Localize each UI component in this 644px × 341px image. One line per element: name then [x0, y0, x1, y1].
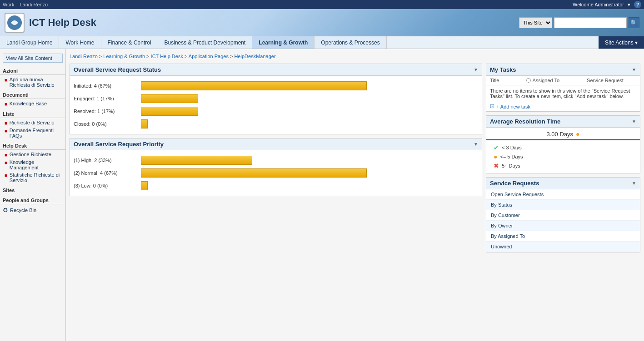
sidebar-item-knowledge-management[interactable]: ■ Knowledge Management	[0, 158, 65, 171]
bar-track-resolved	[141, 107, 478, 116]
help-icon[interactable]: ?	[634, 1, 641, 8]
bar-row-engaged: Engaged: 1 (17%)	[74, 92, 478, 105]
sidebar-section-sites: Sites	[0, 184, 65, 194]
tasks-collapse-button[interactable]: ▼	[632, 67, 636, 72]
status-collapse-button[interactable]: ▼	[474, 67, 478, 72]
bar-fill-engaged	[141, 94, 198, 103]
bar-track-engaged	[141, 94, 478, 103]
my-tasks-title: My Tasks	[490, 66, 516, 73]
sidebar-item-richieste-servizio[interactable]: ■ Richieste di Servizio	[0, 119, 65, 127]
bar-row-initiated: Initiated: 4 (67%)	[74, 79, 478, 92]
service-link-by-owner[interactable]: By Owner	[486, 221, 640, 231]
breadcrumb-learning[interactable]: Learning & Growth	[103, 54, 145, 59]
overall-status-header: Overall Service Request Status ▼	[70, 64, 482, 76]
sidebar-item-nuova-richiesta[interactable]: ■ Apri una nuova Richiesta di Servizio	[0, 76, 65, 89]
assigned-radio-icon	[526, 78, 531, 83]
add-task-icon: ☑	[490, 104, 494, 109]
my-tasks-panel: My Tasks ▼ Title Assigned To Service Req…	[486, 64, 640, 112]
service-link-by-customer[interactable]: By Customer	[486, 210, 640, 221]
bar-fill-resolved	[141, 107, 198, 116]
bar-label-high: (1) High: 2 (33%)	[74, 158, 137, 163]
breadcrumb-app-pages[interactable]: Application Pages	[189, 54, 229, 59]
bar-label-resolved: Resolved: 1 (17%)	[74, 109, 137, 114]
sidebar-item-domande-frequenti[interactable]: ■ Domande Frequenti FAQs	[0, 127, 65, 139]
top-bar: Work Landi Renzo Welcome Administrator ▾…	[0, 0, 644, 9]
breadcrumb-landi[interactable]: Landi Renzo	[70, 54, 98, 59]
service-requests-header: Service Requests ▼	[486, 178, 640, 189]
service-requests-title: Service Requests	[490, 180, 539, 187]
top-bar-left: Work Landi Renzo	[3, 2, 48, 7]
bar-fill-closed	[141, 119, 148, 128]
overall-status-panel: Overall Service Request Status ▼ Initiat…	[70, 64, 482, 134]
sidebar-item-knowledge-base[interactable]: ■ Knowledge Base	[0, 100, 65, 108]
breadcrumb: Landi Renzo > Learning & Growth > ICT He…	[70, 53, 640, 60]
search-scope-select[interactable]: This Site	[519, 17, 552, 28]
nav-tab-finance[interactable]: Finance & Control	[101, 36, 158, 49]
search-input[interactable]	[554, 17, 627, 28]
tasks-col-title: Title	[490, 78, 499, 83]
bar-track-normal	[141, 168, 478, 178]
bar-fill-normal	[141, 168, 367, 178]
nav-tab-learning[interactable]: Learning & Growth	[252, 36, 315, 49]
overall-status-body: Initiated: 4 (67%) Engaged: 1 (17%)	[70, 76, 482, 134]
resolution-status-icon: ●	[576, 130, 579, 138]
service-requests-panel: Service Requests ▼ Open Service Requests…	[486, 177, 640, 252]
tasks-column-headers: Title Assigned To Service Request	[486, 76, 640, 85]
add-new-task-button[interactable]: ☑ + Add new task	[486, 102, 640, 111]
overall-priority-title: Overall Service Request Priority	[74, 141, 164, 148]
main-content: Landi Renzo > Learning & Growth > ICT He…	[66, 49, 644, 341]
left-panels: Overall Service Request Status ▼ Initiat…	[70, 64, 482, 337]
legend-label-yellow: <= 5 Days	[500, 154, 523, 159]
bar-row-normal: (2) Normal: 4 (67%)	[74, 167, 478, 179]
top-bar-right: Welcome Administrator ▾ ?	[573, 1, 641, 8]
sidebar-item-gestione-richieste[interactable]: ■ Gestione Richieste	[0, 151, 65, 158]
breadcrumb-helpdesk-manager[interactable]: HelpDeskManager	[234, 54, 275, 59]
nav-tab-landi-group-home[interactable]: Landi Group Home	[0, 36, 59, 49]
nav-tab-business[interactable]: Business & Product Development	[158, 36, 253, 49]
work-link[interactable]: Work	[3, 2, 14, 7]
sidebar: View All Site Content Azioni ■ Apri una …	[0, 49, 66, 341]
bar-label-low: (3) Low: 0 (0%)	[74, 183, 137, 188]
sidebar-item-recycle-bin[interactable]: ♻ Recycle Bin	[0, 205, 65, 215]
service-link-by-status[interactable]: By Status	[486, 200, 640, 210]
resolution-collapse-button[interactable]: ▼	[632, 119, 636, 124]
page-title: ICT Help Desk	[29, 17, 96, 29]
bar-track-high	[141, 156, 478, 165]
legend-label-green: < 3 Days	[502, 145, 522, 150]
breadcrumb-ict[interactable]: ICT Help Desk	[151, 54, 183, 59]
overall-priority-panel: Overall Service Request Priority ▼ (1) H…	[70, 138, 482, 196]
header-search[interactable]: This Site 🔍	[519, 17, 639, 28]
yellow-circle-icon: ●	[494, 153, 497, 160]
bar-fill-low	[141, 181, 148, 190]
company-link[interactable]: Landi Renzo	[20, 2, 48, 7]
recycle-icon: ♻	[3, 207, 8, 213]
bullet-icon: ■	[5, 120, 8, 126]
bar-fill-high	[141, 156, 252, 165]
nav-tab-operations[interactable]: Operations & Processes	[315, 36, 386, 49]
service-collapse-button[interactable]: ▼	[632, 181, 636, 186]
service-link-open[interactable]: Open Service Requests	[486, 189, 640, 200]
bullet-icon: ■	[5, 173, 8, 178]
view-all-site-content-button[interactable]: View All Site Content	[3, 54, 63, 63]
avg-resolution-panel: Average Resolution Time ▼ 3.00 Days ● ✔ …	[486, 115, 640, 173]
service-link-unowned[interactable]: Unowned	[486, 242, 640, 252]
bar-row-resolved: Resolved: 1 (17%)	[74, 105, 478, 118]
legend-item-red: ✖ 5+ Days	[494, 162, 633, 169]
my-tasks-header: My Tasks ▼	[486, 64, 640, 76]
add-task-label: + Add new task	[496, 104, 530, 109]
sidebar-item-statistiche[interactable]: ■ Statistiche Richieste di Servizio	[0, 171, 65, 184]
nav-tab-work-home[interactable]: Work Home	[59, 36, 101, 49]
sidebar-section-helpdesk: Help Desk	[0, 139, 65, 150]
tasks-empty-message: There are no items to show in this view …	[486, 85, 640, 102]
nav-bar: Landi Group Home Work Home Finance & Con…	[0, 36, 644, 49]
service-link-by-assigned-to[interactable]: By Assigned To	[486, 231, 640, 242]
welcome-dropdown[interactable]: ▾	[628, 2, 630, 8]
legend-item-yellow: ● <= 5 Days	[494, 153, 633, 160]
page-layout: View All Site Content Azioni ■ Apri una …	[0, 49, 644, 341]
site-actions-button[interactable]: Site Actions ▾	[599, 36, 644, 49]
right-panel: My Tasks ▼ Title Assigned To Service Req…	[486, 64, 640, 337]
bullet-icon: ■	[5, 128, 8, 133]
search-button[interactable]: 🔍	[629, 17, 639, 28]
priority-collapse-button[interactable]: ▼	[474, 142, 478, 147]
resolution-legend: ✔ < 3 Days ● <= 5 Days ✖ 5+ Days	[486, 140, 640, 173]
